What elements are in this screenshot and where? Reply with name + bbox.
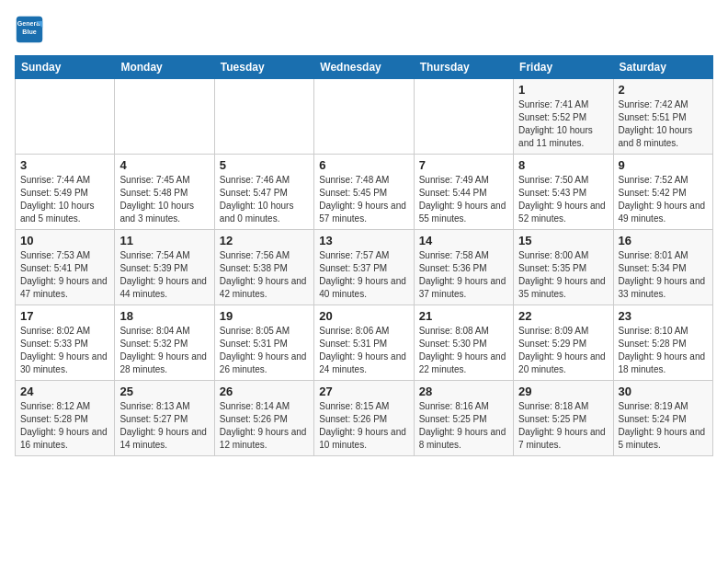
- calendar-cell: 19Sunrise: 8:05 AM Sunset: 5:31 PM Dayli…: [214, 305, 313, 381]
- calendar-cell: 27Sunrise: 8:15 AM Sunset: 5:26 PM Dayli…: [314, 381, 414, 456]
- day-info: Sunrise: 8:06 AM Sunset: 5:31 PM Dayligh…: [319, 325, 408, 376]
- day-number: 30: [619, 385, 708, 398]
- day-info: Sunrise: 8:08 AM Sunset: 5:30 PM Dayligh…: [419, 325, 508, 376]
- day-number: 3: [20, 158, 109, 172]
- weekday-header: Saturday: [613, 56, 712, 79]
- day-number: 4: [119, 158, 209, 172]
- day-info: Sunrise: 8:14 AM Sunset: 5:26 PM Dayligh…: [220, 400, 309, 452]
- day-info: Sunrise: 7:49 AM Sunset: 5:44 PM Dayligh…: [419, 174, 508, 225]
- day-info: Sunrise: 7:46 AM Sunset: 5:47 PM Dayligh…: [220, 174, 309, 225]
- svg-text:Blue: Blue: [22, 29, 36, 36]
- day-number: 27: [319, 385, 408, 398]
- day-number: 1: [518, 83, 608, 97]
- calendar-cell: 11Sunrise: 7:54 AM Sunset: 5:39 PM Dayli…: [115, 230, 214, 305]
- day-info: Sunrise: 7:52 AM Sunset: 5:42 PM Dayligh…: [619, 174, 708, 225]
- day-info: Sunrise: 8:15 AM Sunset: 5:26 PM Dayligh…: [319, 400, 408, 452]
- calendar-cell: 14Sunrise: 7:58 AM Sunset: 5:36 PM Dayli…: [414, 230, 513, 305]
- day-number: 25: [119, 385, 209, 398]
- day-info: Sunrise: 7:54 AM Sunset: 5:39 PM Dayligh…: [119, 249, 209, 301]
- day-number: 15: [518, 234, 608, 247]
- day-info: Sunrise: 8:09 AM Sunset: 5:29 PM Dayligh…: [518, 325, 608, 376]
- day-info: Sunrise: 7:44 AM Sunset: 5:49 PM Dayligh…: [20, 174, 109, 225]
- calendar-cell: 20Sunrise: 8:06 AM Sunset: 5:31 PM Dayli…: [314, 305, 414, 381]
- calendar-week-row: 24Sunrise: 8:12 AM Sunset: 5:28 PM Dayli…: [16, 381, 713, 456]
- calendar-cell: 8Sunrise: 7:50 AM Sunset: 5:43 PM Daylig…: [514, 155, 613, 230]
- calendar-cell: [314, 79, 414, 155]
- day-info: Sunrise: 7:58 AM Sunset: 5:36 PM Dayligh…: [419, 249, 508, 301]
- day-number: 17: [20, 309, 109, 323]
- day-number: 11: [119, 234, 209, 247]
- day-number: 2: [619, 83, 708, 97]
- day-number: 20: [319, 309, 408, 323]
- day-number: 26: [220, 385, 309, 398]
- day-number: 13: [319, 234, 408, 247]
- calendar-cell: 21Sunrise: 8:08 AM Sunset: 5:30 PM Dayli…: [414, 305, 513, 381]
- weekday-header: Monday: [115, 56, 214, 79]
- day-number: 29: [518, 385, 608, 398]
- day-info: Sunrise: 7:57 AM Sunset: 5:37 PM Dayligh…: [319, 249, 408, 301]
- calendar-cell: 3Sunrise: 7:44 AM Sunset: 5:49 PM Daylig…: [16, 155, 115, 230]
- day-info: Sunrise: 8:12 AM Sunset: 5:28 PM Dayligh…: [20, 400, 109, 452]
- day-number: 21: [419, 309, 508, 323]
- weekday-header: Wednesday: [314, 56, 414, 79]
- day-info: Sunrise: 8:01 AM Sunset: 5:34 PM Dayligh…: [619, 249, 708, 301]
- calendar-cell: 15Sunrise: 8:00 AM Sunset: 5:35 PM Dayli…: [514, 230, 613, 305]
- logo: General Blue: [15, 15, 48, 44]
- day-number: 9: [619, 158, 708, 172]
- calendar-cell: 23Sunrise: 8:10 AM Sunset: 5:28 PM Dayli…: [613, 305, 712, 381]
- calendar-cell: 17Sunrise: 8:02 AM Sunset: 5:33 PM Dayli…: [16, 305, 115, 381]
- calendar-cell: 28Sunrise: 8:16 AM Sunset: 5:25 PM Dayli…: [414, 381, 513, 456]
- day-info: Sunrise: 7:50 AM Sunset: 5:43 PM Dayligh…: [518, 174, 608, 225]
- calendar-cell: 7Sunrise: 7:49 AM Sunset: 5:44 PM Daylig…: [414, 155, 513, 230]
- calendar-cell: 26Sunrise: 8:14 AM Sunset: 5:26 PM Dayli…: [214, 381, 313, 456]
- weekday-header: Sunday: [16, 56, 115, 79]
- day-number: 24: [20, 385, 109, 398]
- day-number: 22: [518, 309, 608, 323]
- calendar-week-row: 17Sunrise: 8:02 AM Sunset: 5:33 PM Dayli…: [16, 305, 713, 381]
- day-info: Sunrise: 7:56 AM Sunset: 5:38 PM Dayligh…: [220, 249, 309, 301]
- calendar-cell: 30Sunrise: 8:19 AM Sunset: 5:24 PM Dayli…: [613, 381, 712, 456]
- day-info: Sunrise: 8:10 AM Sunset: 5:28 PM Dayligh…: [619, 325, 708, 376]
- day-info: Sunrise: 8:00 AM Sunset: 5:35 PM Dayligh…: [518, 249, 608, 301]
- calendar-cell: [214, 79, 313, 155]
- calendar-cell: 29Sunrise: 8:18 AM Sunset: 5:25 PM Dayli…: [514, 381, 613, 456]
- day-number: 18: [119, 309, 209, 323]
- weekday-header: Friday: [514, 56, 613, 79]
- calendar-cell: [414, 79, 513, 155]
- day-info: Sunrise: 8:04 AM Sunset: 5:32 PM Dayligh…: [119, 325, 209, 376]
- calendar-table: SundayMondayTuesdayWednesdayThursdayFrid…: [15, 55, 713, 456]
- day-info: Sunrise: 8:18 AM Sunset: 5:25 PM Dayligh…: [518, 400, 608, 452]
- calendar-cell: 6Sunrise: 7:48 AM Sunset: 5:45 PM Daylig…: [314, 155, 414, 230]
- day-info: Sunrise: 7:53 AM Sunset: 5:41 PM Dayligh…: [20, 249, 109, 301]
- calendar-cell: 2Sunrise: 7:42 AM Sunset: 5:51 PM Daylig…: [613, 79, 712, 155]
- day-info: Sunrise: 8:16 AM Sunset: 5:25 PM Dayligh…: [419, 400, 508, 452]
- day-info: Sunrise: 8:19 AM Sunset: 5:24 PM Dayligh…: [619, 400, 708, 452]
- day-number: 10: [20, 234, 109, 247]
- calendar-cell: 18Sunrise: 8:04 AM Sunset: 5:32 PM Dayli…: [115, 305, 214, 381]
- calendar-cell: [115, 79, 214, 155]
- day-number: 19: [220, 309, 309, 323]
- day-number: 5: [220, 158, 309, 172]
- day-number: 23: [619, 309, 708, 323]
- calendar-cell: 25Sunrise: 8:13 AM Sunset: 5:27 PM Dayli…: [115, 381, 214, 456]
- day-info: Sunrise: 8:05 AM Sunset: 5:31 PM Dayligh…: [220, 325, 309, 376]
- calendar-cell: 5Sunrise: 7:46 AM Sunset: 5:47 PM Daylig…: [214, 155, 313, 230]
- day-number: 8: [518, 158, 608, 172]
- calendar-week-row: 3Sunrise: 7:44 AM Sunset: 5:49 PM Daylig…: [16, 155, 713, 230]
- day-info: Sunrise: 7:45 AM Sunset: 5:48 PM Dayligh…: [119, 174, 209, 225]
- day-info: Sunrise: 7:48 AM Sunset: 5:45 PM Dayligh…: [319, 174, 408, 225]
- day-info: Sunrise: 8:13 AM Sunset: 5:27 PM Dayligh…: [119, 400, 209, 452]
- day-info: Sunrise: 7:42 AM Sunset: 5:51 PM Dayligh…: [619, 98, 708, 150]
- weekday-header: Thursday: [414, 56, 513, 79]
- day-number: 28: [419, 385, 508, 398]
- weekday-header: Tuesday: [214, 56, 313, 79]
- calendar-week-row: 10Sunrise: 7:53 AM Sunset: 5:41 PM Dayli…: [16, 230, 713, 305]
- day-number: 12: [220, 234, 309, 247]
- calendar-cell: 16Sunrise: 8:01 AM Sunset: 5:34 PM Dayli…: [613, 230, 712, 305]
- calendar-cell: 10Sunrise: 7:53 AM Sunset: 5:41 PM Dayli…: [16, 230, 115, 305]
- calendar-cell: 22Sunrise: 8:09 AM Sunset: 5:29 PM Dayli…: [514, 305, 613, 381]
- calendar-cell: 4Sunrise: 7:45 AM Sunset: 5:48 PM Daylig…: [115, 155, 214, 230]
- calendar-cell: 24Sunrise: 8:12 AM Sunset: 5:28 PM Dayli…: [16, 381, 115, 456]
- page-header: General Blue: [15, 15, 713, 44]
- calendar-cell: 13Sunrise: 7:57 AM Sunset: 5:37 PM Dayli…: [314, 230, 414, 305]
